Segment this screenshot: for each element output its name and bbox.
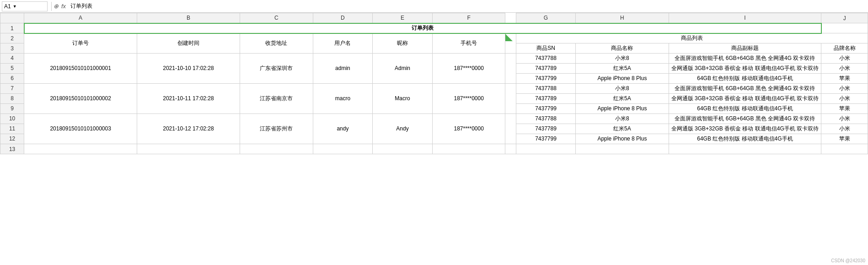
row-num-2: 2 xyxy=(0,33,24,43)
empty-13-c xyxy=(240,144,313,154)
row-num-3: 3 xyxy=(0,43,24,54)
empty-13-i xyxy=(669,144,821,154)
empty-13-d xyxy=(313,144,373,154)
order3-order-no: 20180915010101000003 xyxy=(24,114,137,144)
order3-item1-sn: 7437788 xyxy=(516,114,576,124)
order2-item2-brand: 小米 xyxy=(821,94,868,104)
order1-item1-sn: 7437788 xyxy=(516,54,576,64)
order3-item2-subtitle: 全网通版 3GB+32GB 香槟金 移动 联通电信4G手机 双卡双待 xyxy=(669,124,821,134)
order1-username: admin xyxy=(313,54,373,84)
dropdown-arrow[interactable]: ▼ xyxy=(13,4,17,9)
row-num-5: 5 xyxy=(0,64,24,74)
corner-header xyxy=(0,13,24,23)
order1-item2-brand: 小米 xyxy=(821,64,868,74)
col-header-h[interactable]: H xyxy=(576,13,669,23)
order1-item3-name: Apple iPhone 8 Plus xyxy=(576,74,669,84)
order3-item3-brand: 苹果 xyxy=(821,134,868,144)
order3-item2-brand: 小米 xyxy=(821,124,868,134)
row-num-11: 11 xyxy=(0,124,24,134)
order1-item2-subtitle: 全网通版 3GB+32GB 香槟金 移动 联通电信4G手机 双卡双待 xyxy=(669,64,821,74)
header-order-no: 订单号 xyxy=(24,33,137,54)
col-header-d[interactable]: D xyxy=(313,13,373,23)
col-header-e[interactable]: E xyxy=(373,13,433,23)
empty-13-h xyxy=(576,144,669,154)
order2-phone: 187****0000 xyxy=(432,84,505,114)
order2-item1-brand: 小米 xyxy=(821,84,868,94)
order3-item2-name: 红米5A xyxy=(576,124,669,134)
order1-nickname: Admin xyxy=(373,54,433,84)
order3-phone: 187****0000 xyxy=(432,114,505,144)
order2-item1-name: 小米8 xyxy=(576,84,669,94)
spacer-order1 xyxy=(505,54,516,84)
spacer-order3 xyxy=(505,114,516,144)
column-header-row: A B C D E F G H I J xyxy=(0,13,868,23)
order2-item2-subtitle: 全网通版 3GB+32GB 香槟金 移动 联通电信4G手机 双卡双待 xyxy=(669,94,821,104)
toolbar: A1 ▼ ⊕ fx xyxy=(0,0,868,13)
col-header-g[interactable]: G xyxy=(516,13,576,23)
row-num-7: 7 xyxy=(0,84,24,94)
order3-username: andy xyxy=(313,114,373,144)
table-row: 4 20180915010101000001 2021-10-10 17:02:… xyxy=(0,54,868,64)
formula-bar[interactable] xyxy=(69,1,866,11)
col-header-i[interactable]: I xyxy=(669,13,821,23)
header-username: 用户名 xyxy=(313,33,373,54)
empty-13-b xyxy=(137,144,240,154)
spreadsheet-container: A B C D E F G H I J 1 订单列表 xyxy=(0,13,868,154)
col-header-c[interactable]: C xyxy=(240,13,313,23)
row-13: 13 xyxy=(0,144,868,154)
table-row: 7 20180915010101000002 2021-10-11 17:02:… xyxy=(0,84,868,94)
row-num-10: 10 xyxy=(0,114,24,124)
row-num-13: 13 xyxy=(0,144,24,154)
order2-item3-sn: 7437799 xyxy=(516,104,576,114)
order3-nickname: Andy xyxy=(373,114,433,144)
col-header-j[interactable]: J xyxy=(821,13,868,23)
order3-item3-name: Apple iPhone 8 Plus xyxy=(576,134,669,144)
col-header-a[interactable]: A xyxy=(24,13,137,23)
order2-item1-subtitle: 全面屏游戏智能手机 6GB+64GB 黑色 全网通4G 双卡双待 xyxy=(669,84,821,94)
order3-item3-sn: 7437799 xyxy=(516,134,576,144)
order1-phone: 187****0000 xyxy=(432,54,505,84)
row-num-8: 8 xyxy=(0,94,24,104)
row-num-9: 9 xyxy=(0,104,24,114)
order1-item2-sn: 7437789 xyxy=(516,64,576,74)
order3-item1-name: 小米8 xyxy=(576,114,669,124)
toolbar-separator xyxy=(51,2,52,11)
order1-order-no: 20180915010101000001 xyxy=(24,54,137,84)
header-address: 收货地址 xyxy=(240,33,313,54)
search-zoom-icon: ⊕ xyxy=(54,3,59,10)
order1-address: 广东省深圳市 xyxy=(240,54,313,84)
empty-13-j xyxy=(821,144,868,154)
order2-order-no: 20180915010101000002 xyxy=(24,84,137,114)
order3-create-time: 2021-10-12 17:02:28 xyxy=(137,114,240,144)
header-brand: 品牌名称 xyxy=(821,43,868,54)
order2-item3-brand: 苹果 xyxy=(821,104,868,114)
spacer-order2 xyxy=(505,84,516,114)
cell-ref-value: A1 xyxy=(4,3,11,10)
order1-create-time: 2021-10-10 17:02:28 xyxy=(137,54,240,84)
cell-reference-box[interactable]: A1 ▼ xyxy=(2,1,48,11)
spreadsheet-title: 订单列表 xyxy=(412,25,434,31)
empty-13-spacer xyxy=(505,144,516,154)
order1-item1-name: 小米8 xyxy=(576,54,669,64)
order3-item3-subtitle: 64GB 红色特别版 移动联通电信4G手机 xyxy=(669,134,821,144)
table-row: 10 20180915010101000003 2021-10-12 17:02… xyxy=(0,114,868,124)
spreadsheet-grid: A B C D E F G H I J 1 订单列表 xyxy=(0,13,868,154)
order1-item1-brand: 小米 xyxy=(821,54,868,64)
order1-item3-subtitle: 64GB 红色特别版 移动联通电信4G手机 xyxy=(669,74,821,84)
title-cell[interactable]: 订单列表 xyxy=(24,23,821,33)
order2-item2-sn: 7437789 xyxy=(516,94,576,104)
row-num-1: 1 xyxy=(0,23,24,33)
header-nickname: 昵称 xyxy=(373,33,433,54)
empty-13-a xyxy=(24,144,137,154)
order2-item3-subtitle: 64GB 红色特别版 移动联通电信4G手机 xyxy=(669,104,821,114)
col-header-f[interactable]: F xyxy=(432,13,505,23)
order2-item3-name: Apple iPhone 8 Plus xyxy=(576,104,669,114)
order1-item1-subtitle: 全面屏游戏智能手机 6GB+64GB 黑色 全网通4G 双卡双待 xyxy=(669,54,821,64)
col-header-b[interactable]: B xyxy=(137,13,240,23)
order1-item3-sn: 7437799 xyxy=(516,74,576,84)
empty-13-f xyxy=(432,144,505,154)
header-subtitle: 商品副标题 xyxy=(669,43,821,54)
order3-address: 江苏省苏州市 xyxy=(240,114,313,144)
order3-item1-brand: 小米 xyxy=(821,114,868,124)
header-phone: 手机号 xyxy=(432,33,505,54)
